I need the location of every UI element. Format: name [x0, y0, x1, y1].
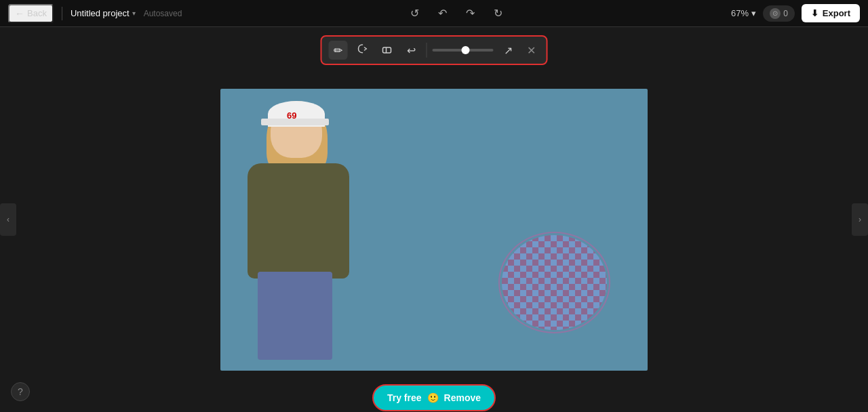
chevron-down-icon: ▾ — [132, 9, 136, 17]
canvas-area: ‹ › 69 Try free — [0, 27, 868, 412]
chevron-left-icon: ‹ — [7, 215, 9, 224]
credits-button[interactable]: ⊙ 0 — [763, 5, 795, 22]
zoom-chevron-icon: ▾ — [751, 8, 756, 18]
back-arrow-icon: ← — [15, 8, 24, 19]
image-container: 69 Try free 🙂 Remove — [220, 89, 648, 371]
close-icon: ✕ — [527, 44, 536, 57]
model-jeans — [258, 272, 332, 360]
help-button[interactable]: ? — [11, 382, 30, 401]
credits-icon: ⊙ — [770, 8, 781, 19]
back-label: Back — [27, 8, 47, 18]
export-label: Export — [823, 8, 850, 18]
model-jacket — [248, 163, 349, 279]
send-tool-button[interactable]: ↗ — [499, 41, 518, 60]
lasso-tool-button[interactable] — [353, 41, 372, 60]
brush-size-slider[interactable] — [433, 49, 494, 52]
svg-rect-0 — [383, 47, 391, 53]
autosaved-status: Autosaved — [144, 9, 182, 18]
help-icon: ? — [18, 386, 23, 397]
export-button[interactable]: ⬇ Export — [802, 4, 860, 22]
brush-size-slider-container — [433, 49, 494, 52]
header-divider — [62, 7, 62, 20]
model-cap-brim — [261, 119, 329, 125]
brush-tool-button[interactable]: ✏ — [329, 41, 348, 60]
photo-background: 69 — [220, 89, 648, 371]
removed-area-overlay — [498, 232, 610, 333]
zoom-control[interactable]: 67% ▾ — [731, 8, 756, 18]
project-name: Untitled project — [71, 8, 130, 18]
credits-count: 0 — [783, 9, 788, 18]
chevron-right-icon: › — [859, 215, 861, 224]
refresh-button[interactable]: ↻ — [490, 4, 507, 22]
zoom-level: 67% — [731, 8, 749, 18]
eraser-tool-button[interactable] — [378, 41, 397, 60]
arrow-tool-button[interactable]: ↩ — [402, 41, 421, 60]
undo-button[interactable]: ↶ — [434, 4, 451, 22]
floating-toolbar: ✏ ↩ ↗ ✕ — [321, 35, 548, 65]
right-arrow-button[interactable]: › — [852, 203, 868, 236]
toolbar-close-button[interactable]: ✕ — [524, 42, 540, 58]
remove-icon: 🙂 — [427, 392, 439, 403]
left-arrow-button[interactable]: ‹ — [0, 203, 16, 236]
try-free-label: Try free — [387, 392, 422, 403]
project-name-area[interactable]: Untitled project ▾ — [71, 8, 136, 18]
arrow-left-icon: ↩ — [407, 44, 416, 57]
redo-button[interactable]: ↷ — [462, 4, 479, 22]
send-icon: ↗ — [504, 44, 513, 57]
eraser-icon — [381, 43, 393, 58]
download-icon: ⬇ — [811, 8, 818, 18]
header-right: 67% ▾ ⊙ 0 ⬇ Export — [731, 4, 860, 22]
history-back-button[interactable]: ↺ — [406, 4, 423, 22]
remove-button[interactable]: Try free 🙂 Remove — [372, 384, 496, 411]
app-header: ← Back Untitled project ▾ Autosaved ↺ ↶ … — [0, 0, 868, 27]
lasso-icon — [357, 43, 369, 58]
back-button[interactable]: ← Back — [8, 4, 54, 23]
remove-label: Remove — [444, 392, 481, 403]
toolbar-separator — [427, 43, 427, 58]
brush-icon: ✏ — [334, 44, 342, 57]
header-center-controls: ↺ ↶ ↷ ↻ — [190, 4, 723, 22]
